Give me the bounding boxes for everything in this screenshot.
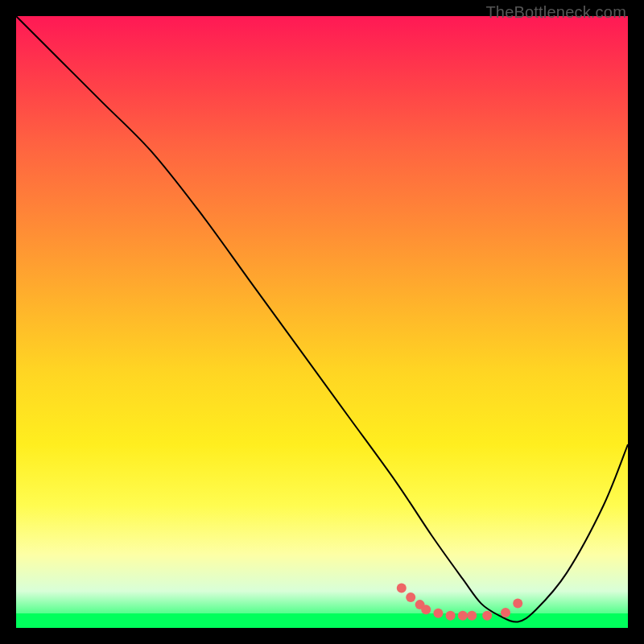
highlight-marker (397, 584, 407, 593)
highlight-marker (406, 592, 415, 602)
highlight-marker (415, 600, 425, 609)
bottleneck-curve (16, 16, 628, 622)
watermark-text: TheBottleneck.com (485, 3, 626, 22)
chart-svg (16, 16, 628, 628)
highlight-marker (513, 599, 522, 609)
optimal-zone-band (16, 613, 628, 628)
chart-plot-area (16, 16, 628, 628)
